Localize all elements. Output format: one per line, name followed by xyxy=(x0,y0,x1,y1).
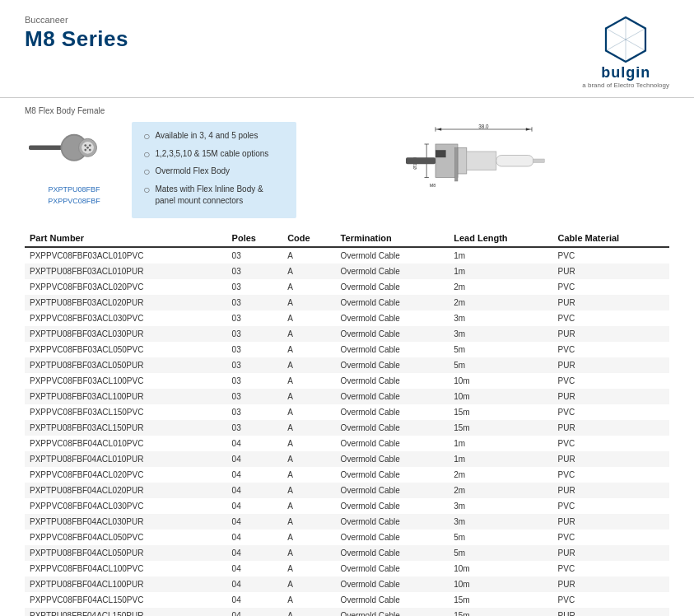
table-row: PXPPVC08FBF03ACL100PVC03AOvermold Cable1… xyxy=(25,373,669,389)
table-cell-12-3: Overmold Cable xyxy=(336,436,449,451)
table-cell-20-5: PVC xyxy=(553,561,669,576)
table-cell-9-1: 03 xyxy=(227,389,283,404)
table-cell-11-3: Overmold Cable xyxy=(336,420,449,436)
table-cell-17-1: 04 xyxy=(227,514,283,530)
table-cell-20-0: PXPPVC08FBF04ACL100PVC xyxy=(25,561,227,576)
table-cell-15-3: Overmold Cable xyxy=(336,483,449,498)
table-body: PXPPVC08FBF03ACL010PVC03AOvermold Cable1… xyxy=(25,247,669,616)
table-cell-16-0: PXPPVC08FBF04ACL030PVC xyxy=(25,498,227,514)
logo-area: bulgin a brand of Electro Technology xyxy=(582,15,669,89)
table-cell-8-2: A xyxy=(282,373,335,389)
series-title: M8 Series xyxy=(25,26,128,52)
feature-text-3: Overmold Flex Body xyxy=(155,166,230,177)
svg-rect-30 xyxy=(533,159,544,163)
table-cell-3-0: PXPTPU08FBF03ACL020PUR xyxy=(25,295,227,310)
product-diagram: 38.0 Ø10.0 M8 xyxy=(305,122,669,196)
table-cell-17-4: 3m xyxy=(449,514,552,530)
table-cell-18-4: 5m xyxy=(449,530,552,545)
feature-bullet-2: ○ xyxy=(143,147,150,163)
table-row: PXPTPU08FBF03ACL010PUR03AOvermold Cable1… xyxy=(25,264,669,279)
table-row: PXPPVC08FBF03ACL030PVC03AOvermold Cable3… xyxy=(25,310,669,326)
table-cell-1-1: 03 xyxy=(227,264,283,279)
table-cell-17-3: Overmold Cable xyxy=(336,514,449,530)
table-cell-4-2: A xyxy=(282,310,335,326)
table-row: PXPTPU08FBF04ACL050PUR04AOvermold Cable5… xyxy=(25,545,669,561)
table-row: PXPTPU08FBF04ACL150PUR04AOvermold Cable1… xyxy=(25,608,669,616)
table-cell-16-1: 04 xyxy=(227,498,283,514)
table-cell-21-1: 04 xyxy=(227,576,283,592)
table-cell-13-2: A xyxy=(282,451,335,467)
table-cell-22-2: A xyxy=(282,592,335,608)
table-cell-17-5: PUR xyxy=(553,514,669,530)
svg-marker-19 xyxy=(525,128,529,131)
col-header-termination: Termination xyxy=(336,230,449,247)
feature-item-4: ○ Mates with Flex Inline Body &panel mou… xyxy=(143,184,285,207)
table-row: PXPPVC08FBF04ACL150PVC04AOvermold Cable1… xyxy=(25,592,669,608)
table-cell-10-2: A xyxy=(282,404,335,420)
feature-item-2: ○ 1,2,3,5,10 & 15M cable options xyxy=(143,148,285,163)
header: Buccaneer M8 Series bulgin a brand of El… xyxy=(0,0,694,97)
table-cell-10-3: Overmold Cable xyxy=(336,404,449,420)
table-cell-21-3: Overmold Cable xyxy=(336,576,449,592)
col-header-lead-length: Lead Length xyxy=(449,230,552,247)
table-cell-22-3: Overmold Cable xyxy=(336,592,449,608)
feature-bullet-3: ○ xyxy=(143,164,150,180)
table-cell-2-4: 2m xyxy=(449,279,552,295)
table-cell-3-4: 2m xyxy=(449,295,552,310)
table-cell-11-1: 03 xyxy=(227,420,283,436)
table-row: PXPPVC08FBF04ACL010PVC04AOvermold Cable1… xyxy=(25,436,669,451)
table-cell-20-3: Overmold Cable xyxy=(336,561,449,576)
table-cell-14-4: 2m xyxy=(449,467,552,483)
table-cell-15-1: 04 xyxy=(227,483,283,498)
table-cell-10-0: PXPPVC08FBF03ACL150PVC xyxy=(25,404,227,420)
svg-point-9 xyxy=(84,144,86,147)
table-cell-5-1: 03 xyxy=(227,326,283,342)
table-cell-17-2: A xyxy=(282,514,335,530)
table-cell-16-4: 3m xyxy=(449,498,552,514)
table-cell-4-3: Overmold Cable xyxy=(336,310,449,326)
table-cell-3-5: PUR xyxy=(553,295,669,310)
table-cell-21-0: PXPTPU08FBF04ACL100PUR xyxy=(25,576,227,592)
table-cell-12-2: A xyxy=(282,436,335,451)
brand-name: Buccaneer xyxy=(25,15,128,25)
table-cell-6-4: 5m xyxy=(449,342,552,357)
table-cell-20-4: 10m xyxy=(449,561,552,576)
table-cell-11-0: PXPTPU08FBF03ACL150PUR xyxy=(25,420,227,436)
page: Buccaneer M8 Series bulgin a brand of El… xyxy=(0,0,694,616)
table-cell-15-4: 2m xyxy=(449,483,552,498)
table-cell-22-4: 15m xyxy=(449,592,552,608)
table-cell-17-0: PXPTPU08FBF04ACL030PUR xyxy=(25,514,227,530)
table-cell-13-0: PXPTPU08FBF04ACL010PUR xyxy=(25,451,227,467)
table-cell-14-3: Overmold Cable xyxy=(336,467,449,483)
svg-rect-31 xyxy=(406,157,435,164)
table-cell-13-3: Overmold Cable xyxy=(336,451,449,467)
table-cell-1-5: PUR xyxy=(553,264,669,279)
table-cell-16-2: A xyxy=(282,498,335,514)
svg-rect-26 xyxy=(435,150,446,157)
table-cell-6-3: Overmold Cable xyxy=(336,342,449,357)
table-cell-18-5: PVC xyxy=(553,530,669,545)
table-cell-8-3: Overmold Cable xyxy=(336,373,449,389)
table-cell-22-5: PVC xyxy=(553,592,669,608)
product-features: ○ Available in 3, 4 and 5 poles ○ 1,2,3,… xyxy=(132,122,296,218)
table-cell-19-1: 04 xyxy=(227,545,283,561)
table-cell-5-3: Overmold Cable xyxy=(336,326,449,342)
table-cell-1-0: PXPTPU08FBF03ACL010PUR xyxy=(25,264,227,279)
table-cell-8-0: PXPPVC08FBF03ACL100PVC xyxy=(25,373,227,389)
parts-table: Part Number Poles Code Termination Lead … xyxy=(25,230,669,616)
table-cell-9-2: A xyxy=(282,389,335,404)
product-label: M8 Flex Body Female xyxy=(25,106,669,115)
product-code-2: PXPPVC08FBF xyxy=(48,196,100,208)
table-row: PXPTPU08FBF04ACL100PUR04AOvermold Cable1… xyxy=(25,576,669,592)
table-cell-9-3: Overmold Cable xyxy=(336,389,449,404)
svg-point-11 xyxy=(84,149,86,152)
table-cell-0-3: Overmold Cable xyxy=(336,247,449,264)
table-cell-15-2: A xyxy=(282,483,335,498)
svg-point-12 xyxy=(89,149,91,152)
table-cell-7-5: PUR xyxy=(553,357,669,373)
table-cell-0-1: 03 xyxy=(227,247,283,264)
svg-point-13 xyxy=(86,147,89,149)
table-row: PXPPVC08FBF03ACL020PVC03AOvermold Cable2… xyxy=(25,279,669,295)
table-cell-15-0: PXPTPU08FBF04ACL020PUR xyxy=(25,483,227,498)
bulgin-logo-icon xyxy=(601,15,650,64)
